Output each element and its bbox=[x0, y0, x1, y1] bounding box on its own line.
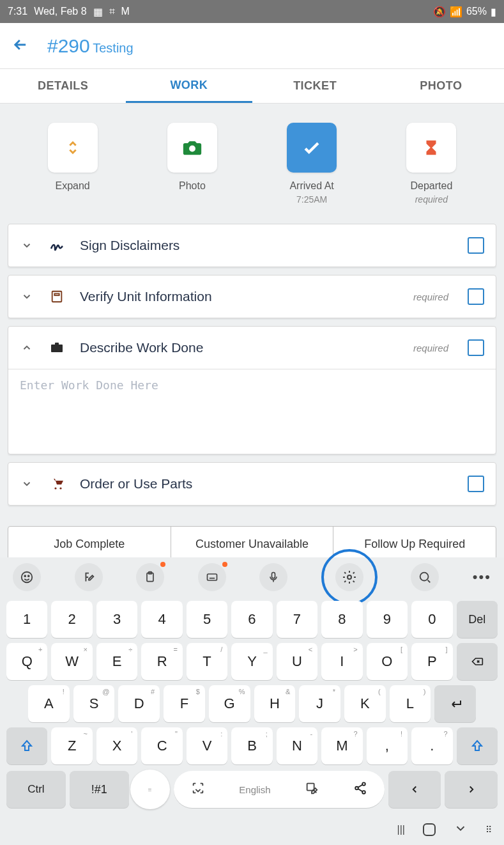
key-w[interactable]: W× bbox=[51, 643, 92, 680]
keyboard-mode-icon[interactable] bbox=[198, 563, 226, 591]
key-r[interactable]: R= bbox=[141, 643, 182, 680]
key-ctrl[interactable]: Ctrl bbox=[6, 771, 66, 808]
item-describe-work: Describe Work Done required bbox=[8, 326, 496, 454]
key-k[interactable]: K( bbox=[344, 685, 386, 722]
gear-icon[interactable] bbox=[335, 563, 363, 591]
key-symbols[interactable]: !#1 bbox=[70, 771, 129, 808]
key-8[interactable]: 8 bbox=[321, 601, 362, 638]
key-e[interactable]: E÷ bbox=[96, 643, 137, 680]
key-c[interactable]: C" bbox=[141, 727, 182, 764]
item-checkbox[interactable] bbox=[468, 288, 484, 305]
svg-point-6 bbox=[24, 575, 26, 577]
item-checkbox[interactable] bbox=[468, 476, 484, 492]
signature-icon bbox=[48, 238, 66, 253]
key-3[interactable]: 3 bbox=[96, 601, 137, 638]
share-icon bbox=[353, 781, 367, 798]
item-verify-unit: Verify Unit Information required bbox=[8, 275, 496, 318]
key-z[interactable]: Z~ bbox=[51, 727, 92, 764]
tab-photo[interactable]: PHOTO bbox=[378, 69, 504, 103]
departed-button[interactable] bbox=[406, 123, 456, 173]
item-header[interactable]: Verify Unit Information required bbox=[8, 275, 496, 318]
item-checkbox[interactable] bbox=[468, 339, 484, 356]
key-m[interactable]: M? bbox=[321, 727, 362, 764]
arrived-at-button[interactable] bbox=[287, 123, 337, 173]
key-0[interactable]: 0 bbox=[411, 601, 452, 638]
key-2[interactable]: 2 bbox=[51, 601, 92, 638]
scan-icon bbox=[191, 781, 205, 798]
key-i[interactable]: I> bbox=[321, 643, 362, 680]
job-complete-button[interactable]: Job Complete bbox=[8, 527, 171, 561]
keyboard-hide-icon[interactable]: ⠿ bbox=[485, 825, 491, 835]
key-a[interactable]: A! bbox=[28, 685, 70, 722]
key-4[interactable]: 4 bbox=[141, 601, 182, 638]
key-h[interactable]: H& bbox=[254, 685, 296, 722]
key-arrow-left[interactable] bbox=[388, 771, 441, 808]
key-5[interactable]: 5 bbox=[187, 601, 227, 638]
key-shift-right[interactable] bbox=[457, 727, 498, 764]
back-arrow-icon[interactable] bbox=[11, 36, 29, 56]
photo-button[interactable] bbox=[167, 123, 217, 173]
key-d[interactable]: D# bbox=[118, 685, 160, 722]
key-shift-left[interactable] bbox=[6, 727, 47, 764]
departed-required: required bbox=[415, 194, 448, 205]
item-header[interactable]: Describe Work Done required bbox=[8, 327, 496, 369]
tab-details[interactable]: DETAILS bbox=[0, 69, 126, 103]
chevron-down-icon bbox=[20, 291, 34, 302]
key-f[interactable]: F$ bbox=[164, 685, 205, 722]
keyboard-row-space: Ctrl !#1 ≡ English bbox=[6, 770, 498, 809]
arrived-time: 7:25AM bbox=[296, 194, 327, 205]
key-comma[interactable]: ,! bbox=[367, 727, 408, 764]
key-y[interactable]: Y_ bbox=[231, 643, 272, 680]
key-v[interactable]: V: bbox=[187, 727, 227, 764]
customer-unavailable-button[interactable]: Customer Unavailable bbox=[171, 527, 334, 561]
settings-highlight bbox=[321, 549, 378, 605]
key-backspace[interactable] bbox=[457, 643, 498, 680]
chevron-down-icon bbox=[20, 240, 34, 251]
search-icon[interactable] bbox=[411, 563, 439, 591]
text-edit-icon[interactable] bbox=[75, 563, 103, 591]
clipboard-icon[interactable] bbox=[136, 563, 164, 591]
task-list: Sign Disclaimers Verify Unit Information… bbox=[0, 211, 504, 512]
key-u[interactable]: U< bbox=[277, 643, 317, 680]
key-p[interactable]: P] bbox=[411, 643, 452, 680]
key-spacebar[interactable]: English bbox=[174, 771, 385, 808]
key-enter[interactable] bbox=[434, 685, 476, 722]
key-6[interactable]: 6 bbox=[231, 601, 272, 638]
key-arrow-right[interactable] bbox=[445, 771, 498, 808]
key-period[interactable]: .? bbox=[411, 727, 452, 764]
svg-point-5 bbox=[22, 572, 33, 583]
key-t[interactable]: T/ bbox=[187, 643, 227, 680]
clipboard-preview[interactable]: ≡ bbox=[130, 770, 170, 809]
recents-icon[interactable]: ||| bbox=[397, 824, 405, 835]
key-del[interactable]: Del bbox=[457, 601, 498, 638]
key-x[interactable]: X' bbox=[96, 727, 137, 764]
key-n[interactable]: N- bbox=[277, 727, 317, 764]
svg-point-4 bbox=[59, 487, 61, 489]
work-done-input[interactable] bbox=[20, 378, 484, 442]
language-label: English bbox=[239, 784, 270, 795]
key-1[interactable]: 1 bbox=[6, 601, 47, 638]
tab-work[interactable]: WORK bbox=[126, 69, 252, 103]
key-7[interactable]: 7 bbox=[277, 601, 317, 638]
key-g[interactable]: G% bbox=[209, 685, 250, 722]
key-j[interactable]: J* bbox=[299, 685, 340, 722]
key-q[interactable]: Q+ bbox=[6, 643, 47, 680]
emoji-icon[interactable] bbox=[13, 563, 41, 591]
more-icon[interactable]: ••• bbox=[473, 569, 491, 585]
home-icon[interactable] bbox=[423, 823, 436, 836]
tab-ticket[interactable]: TICKET bbox=[252, 69, 378, 103]
app-bar: #290 Testing bbox=[0, 23, 504, 69]
key-o[interactable]: O[ bbox=[367, 643, 408, 680]
key-9[interactable]: 9 bbox=[367, 601, 408, 638]
key-l[interactable]: L) bbox=[390, 685, 431, 722]
key-b[interactable]: B; bbox=[231, 727, 272, 764]
expand-button[interactable] bbox=[48, 123, 98, 173]
cart-icon bbox=[48, 476, 66, 492]
key-s[interactable]: S@ bbox=[73, 685, 115, 722]
item-header[interactable]: Order or Use Parts bbox=[8, 463, 496, 505]
item-checkbox[interactable] bbox=[468, 237, 484, 254]
keyboard-row-z: Z~ X' C" V: B; N- M? ,! .? bbox=[6, 727, 498, 764]
back-icon[interactable] bbox=[454, 821, 468, 838]
mic-icon[interactable] bbox=[259, 563, 287, 591]
item-header[interactable]: Sign Disclaimers bbox=[8, 224, 496, 267]
